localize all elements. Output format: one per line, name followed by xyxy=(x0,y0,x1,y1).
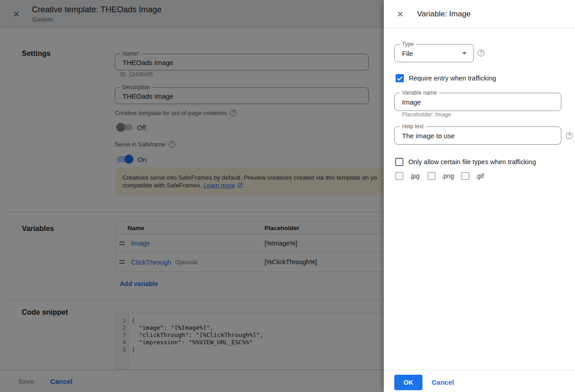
variable-name-field[interactable]: Variable name Image xyxy=(394,93,561,111)
help-icon[interactable]: ? xyxy=(566,132,573,139)
png-label: .png xyxy=(442,172,454,180)
gif-label: .gif xyxy=(475,172,484,180)
type-select-value: File xyxy=(402,50,413,57)
close-icon[interactable]: × xyxy=(395,9,405,19)
help-text-field[interactable]: Help text The image to use xyxy=(394,126,561,145)
only-allow-file-types-label: Only allow certain file types when traff… xyxy=(408,158,536,166)
png-checkbox[interactable] xyxy=(427,172,436,180)
ok-button[interactable]: OK xyxy=(394,375,422,390)
require-entry-label: Require entry when trafficking xyxy=(409,75,496,82)
help-text-label: Help text xyxy=(400,123,426,130)
variable-name-label: Variable name xyxy=(400,90,439,96)
help-text-value: The image to use xyxy=(402,132,455,140)
file-type-option-png: .png xyxy=(427,172,454,180)
file-types-row: Only allow certain file types when traff… xyxy=(395,158,536,166)
panel-title: Variable: Image xyxy=(417,10,471,19)
type-select[interactable]: Type File xyxy=(394,44,474,62)
require-entry-checkbox[interactable] xyxy=(396,74,404,82)
arrow-drop-down-icon xyxy=(462,52,467,55)
help-icon[interactable]: ? xyxy=(478,50,484,56)
jpg-label: .jpg xyxy=(409,172,420,180)
panel-header: × Variable: Image xyxy=(384,0,575,28)
panel-cancel-button[interactable]: Cancel xyxy=(432,378,454,386)
variable-name-value: Image xyxy=(402,98,421,106)
screen: × Creative template: THEOads Image Custo… xyxy=(0,0,575,392)
type-select-label: Type xyxy=(400,41,416,48)
only-allow-file-types-checkbox[interactable] xyxy=(395,158,403,166)
placeholder-helper: Placeholder: Image xyxy=(402,111,451,118)
gif-checkbox[interactable] xyxy=(461,172,469,180)
variable-side-panel: × Variable: Image Type File ? Require en… xyxy=(384,0,575,392)
jpg-checkbox[interactable] xyxy=(395,172,403,180)
modal-scrim[interactable] xyxy=(0,0,384,392)
panel-footer: OK Cancel xyxy=(384,370,575,392)
require-entry-row: Require entry when trafficking xyxy=(396,74,496,82)
file-type-option-gif: .gif xyxy=(461,172,484,180)
file-type-option-jpg: .jpg xyxy=(395,172,420,180)
